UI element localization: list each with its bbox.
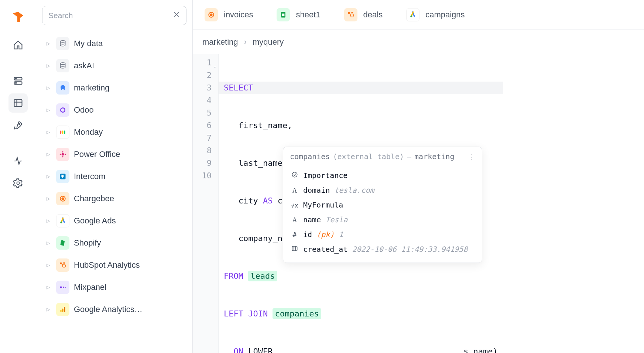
close-icon[interactable] — [173, 11, 180, 20]
logo-icon — [10, 9, 26, 25]
caret-right-icon[interactable]: ▷ — [47, 63, 52, 68]
breadcrumb: marketing › myquery — [193, 30, 644, 54]
caret-right-icon[interactable]: ▷ — [47, 107, 52, 113]
tab-invoices[interactable]: invoices — [200, 5, 257, 24]
caret-right-icon[interactable]: ▷ — [47, 85, 52, 90]
column-name: MyFormula — [303, 201, 343, 209]
nav-rocket[interactable] — [8, 116, 28, 135]
caret-right-icon[interactable]: ▷ — [47, 263, 52, 268]
breadcrumb-segment[interactable]: marketing — [202, 37, 238, 47]
caret-right-icon[interactable]: ▷ — [47, 152, 52, 157]
column-name: domain — [303, 186, 330, 195]
caret-right-icon[interactable]: ▷ — [47, 41, 52, 46]
table-chip[interactable]: companies — [273, 308, 321, 319]
more-icon[interactable]: ⋮ — [469, 153, 475, 161]
editor-wrap: 1⌄ 2 3 4 5 6 7 8 9 10 SELECT first_name,… — [193, 54, 644, 353]
intercom-icon — [56, 170, 69, 183]
svg-point-35 — [63, 287, 64, 288]
nav-servers[interactable] — [8, 71, 28, 90]
nav-divider — [7, 63, 29, 63]
tab-label: sheet1 — [296, 10, 320, 20]
svg-rect-43 — [282, 14, 285, 16]
caret-right-icon[interactable]: ▷ — [47, 196, 52, 201]
caret-right-icon[interactable]: ▷ — [47, 130, 52, 135]
code-line: first_name, — [224, 119, 498, 132]
autocomplete-item[interactable]: A name Tesla — [290, 212, 475, 227]
autocomplete-item[interactable]: √x MyFormula — [290, 198, 475, 212]
autocomplete-title: companies — [290, 152, 330, 161]
tab-label: deals — [363, 10, 383, 20]
tree-item[interactable]: ▷ Shopify — [47, 232, 186, 254]
svg-rect-14 — [60, 131, 62, 134]
nav-settings[interactable] — [8, 174, 28, 193]
hubspot-icon — [56, 258, 69, 272]
nav-home[interactable] — [8, 35, 28, 55]
column-sample-value: 1 — [339, 230, 343, 239]
tab-sheet1[interactable]: sheet1 — [272, 5, 325, 24]
svg-point-17 — [62, 153, 64, 156]
svg-rect-24 — [62, 175, 63, 178]
tab-deals[interactable]: deals — [340, 5, 387, 24]
sql-keyword: LEFT JOIN — [224, 309, 273, 318]
autocomplete-item[interactable]: A domain tesla.com — [290, 183, 475, 198]
caret-right-icon[interactable]: ▷ — [47, 307, 52, 312]
tree-item[interactable]: ▷ Monday — [47, 121, 186, 143]
tree-item[interactable]: ▷ Mixpanel — [47, 276, 186, 298]
tree-item[interactable]: ▷ My data — [47, 32, 186, 55]
shopify-icon — [56, 236, 69, 250]
svg-point-30 — [60, 263, 61, 264]
tab-icon — [205, 8, 218, 21]
column-type-icon — [291, 245, 299, 254]
nav-activity[interactable] — [8, 151, 28, 171]
tree-item[interactable]: ▷ Chargebee — [47, 188, 186, 210]
caret-right-icon[interactable]: ▷ — [47, 240, 52, 246]
svg-point-2 — [16, 78, 16, 79]
tree-item-label: Monday — [74, 127, 103, 137]
svg-point-28 — [60, 222, 62, 223]
svg-point-13 — [61, 108, 65, 112]
tree-item[interactable]: ▷ Intercom — [47, 165, 186, 188]
column-name: id — [303, 230, 312, 239]
tab-icon — [344, 8, 357, 21]
main-panel: invoices sheet1 deals campaigns marketin… — [193, 0, 644, 353]
tree-item[interactable]: ▷ marketing — [47, 77, 186, 99]
column-name: Importance — [303, 171, 347, 180]
search-box[interactable] — [42, 6, 186, 25]
autocomplete-item[interactable]: created_at 2022-10-06 11:49:33.941958 — [290, 242, 475, 257]
autocomplete-source: marketing — [414, 152, 454, 161]
nav-tables[interactable] — [8, 93, 28, 113]
tree-item[interactable]: ▷ Power Office — [47, 143, 186, 165]
tree-item-label: askAI — [74, 61, 94, 71]
tab-campaigns[interactable]: campaigns — [402, 5, 469, 24]
tree-item-label: marketing — [74, 83, 110, 93]
nav-divider — [7, 143, 29, 143]
svg-point-27 — [62, 198, 64, 200]
caret-right-icon[interactable]: ▷ — [47, 218, 52, 223]
odoo-icon — [56, 103, 69, 117]
tree-item[interactable]: ▷ Google Analytics… — [47, 298, 186, 321]
autocomplete-popup: companies (external table) – marketing ⋮… — [283, 147, 482, 263]
tab-icon — [277, 8, 290, 21]
autocomplete-item[interactable]: Importance — [290, 168, 475, 183]
svg-rect-39 — [64, 307, 65, 312]
tree-item[interactable]: ▷ askAI — [47, 55, 186, 77]
column-type-icon: # — [291, 230, 299, 239]
tree-item[interactable]: ▷ Odoo — [47, 99, 186, 121]
tree-item[interactable]: ▷ Google Ads — [47, 210, 186, 232]
caret-right-icon[interactable]: ▷ — [47, 174, 52, 179]
tree-item[interactable]: ▷ HubSpot Analytics — [47, 254, 186, 276]
table-chip[interactable]: leads — [248, 271, 277, 281]
svg-rect-25 — [64, 175, 64, 177]
svg-point-36 — [65, 287, 66, 288]
breadcrumb-segment[interactable]: myquery — [253, 37, 284, 47]
database-icon — [56, 37, 69, 50]
tree-item-label: My data — [74, 39, 103, 48]
caret-right-icon[interactable]: ▷ — [47, 285, 52, 290]
svg-point-50 — [292, 172, 297, 177]
autocomplete-item[interactable]: # id (pk) 1 — [290, 227, 475, 242]
svg-point-7 — [18, 123, 20, 125]
column-type-icon — [291, 171, 299, 180]
svg-point-41 — [210, 14, 212, 16]
svg-point-12 — [60, 63, 65, 65]
search-input[interactable] — [48, 11, 173, 20]
